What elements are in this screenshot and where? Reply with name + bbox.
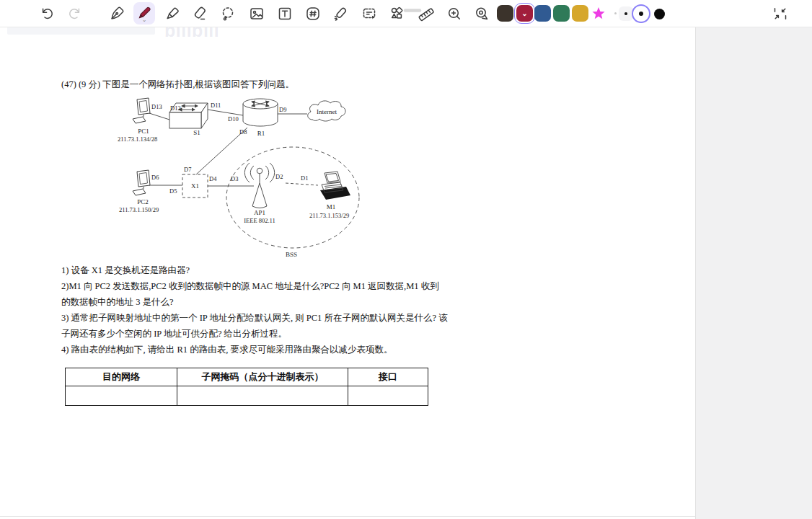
label-d4: D4 xyxy=(209,175,217,182)
hashtag-tag-icon[interactable] xyxy=(304,5,322,22)
label-m1-ip: 211.73.1.153/29 xyxy=(309,212,349,219)
label-d11: D11 xyxy=(211,102,221,109)
text-box-icon[interactable] xyxy=(276,5,294,22)
ap1-icon xyxy=(244,163,274,208)
ruler-icon[interactable] xyxy=(418,5,435,22)
label-d10: D10 xyxy=(228,115,239,123)
empty-cell xyxy=(177,386,348,406)
header-interface: 接口 xyxy=(348,368,428,386)
stroke-size-small[interactable] xyxy=(619,6,633,21)
color-swatch-gold[interactable] xyxy=(572,5,588,22)
eraser-icon[interactable] xyxy=(191,5,208,22)
question-line: 1) 设备 X1 是交换机还是路由器? xyxy=(61,262,451,278)
label-d2: D2 xyxy=(275,173,283,180)
empty-cell xyxy=(66,386,177,406)
routing-table-header-row: 目的网络 子网掩码（点分十进制表示） 接口 xyxy=(66,368,428,386)
empty-cell xyxy=(348,386,428,406)
label-d1: D1 xyxy=(301,174,308,182)
toolbar-separator-dot xyxy=(614,12,617,14)
redo-icon[interactable] xyxy=(66,5,84,22)
label-ieee: IEEE 802.11 xyxy=(244,217,275,224)
label-internet: Internet xyxy=(317,108,337,115)
label-d13: D13 xyxy=(151,103,162,110)
label-d12: D12 xyxy=(170,105,181,112)
question-line: 4) 路由表的结构如下, 请给出 R1 的路由表, 要求尽可能采用路由聚合以减少… xyxy=(61,342,451,358)
router-r1-icon xyxy=(243,99,278,126)
undo-icon[interactable] xyxy=(38,5,56,22)
pencil-tool-selected[interactable]: ⌄ xyxy=(133,2,155,25)
label-m1: M1 xyxy=(327,203,336,210)
question-body: 1) 设备 X1 是交换机还是路由器? 2)M1 向 PC2 发送数据,PC2 … xyxy=(61,262,451,358)
bss-ellipse xyxy=(226,147,359,248)
app-window: ⌄ xyxy=(0,0,812,519)
label-ap1: AP1 xyxy=(254,209,265,216)
pc2-icon xyxy=(133,170,150,195)
insert-image-icon[interactable] xyxy=(248,5,265,22)
color-swatch-green[interactable] xyxy=(553,5,570,22)
label-pc2-ip: 211.73.1.150/29 xyxy=(119,206,159,213)
stroke-size-medium-selected[interactable] xyxy=(632,4,650,23)
label-pc1-ip: 211.73.1.134/28 xyxy=(118,136,157,143)
page-bottom-divider xyxy=(0,516,695,517)
question-line: 2)M1 向 PC2 发送数据,PC2 收到的数据帧中的源 MAC 地址是什么?… xyxy=(61,278,451,294)
zoom-magnifier-icon[interactable] xyxy=(446,5,463,22)
routing-table: 目的网络 子网掩码（点分十进制表示） 接口 xyxy=(65,368,428,406)
stroke-size-large[interactable] xyxy=(654,9,665,19)
header-subnet-mask: 子网掩码（点分十进制表示） xyxy=(177,368,348,386)
label-r1: R1 xyxy=(257,130,265,137)
toolbar: ⌄ xyxy=(0,0,812,27)
label-bss: BSS xyxy=(286,251,297,258)
highlighter-icon[interactable] xyxy=(164,5,181,22)
page-right-gutter xyxy=(695,27,812,519)
fountain-pen-icon[interactable] xyxy=(108,5,125,22)
tape-icon[interactable] xyxy=(473,5,490,22)
label-s1: S1 xyxy=(193,129,200,136)
m1-laptop-icon xyxy=(320,172,350,200)
chevron-down-icon: ⌄ xyxy=(142,19,147,22)
star-color-icon[interactable] xyxy=(590,5,607,22)
label-x1: X1 xyxy=(191,182,199,190)
header-destination-network: 目的网络 xyxy=(66,368,177,386)
pc1-icon xyxy=(133,98,150,123)
rect-select-icon[interactable] xyxy=(361,5,378,22)
color-swatch-blue[interactable] xyxy=(534,5,551,22)
document-page-canvas[interactable]: bilibili (47) (9 分) 下图是一个网络拓扑图,根据该图回答下列问… xyxy=(0,27,695,519)
question-line: 的数据帧中的地址 3 是什么? xyxy=(61,294,451,310)
label-d7: D7 xyxy=(184,166,191,173)
label-pc1: PC1 xyxy=(138,128,149,135)
color-swatch-black[interactable] xyxy=(497,5,513,22)
collapse-view-icon[interactable] xyxy=(772,5,789,22)
chevron-down-icon: ⌄ xyxy=(516,5,533,22)
laser-pointer-icon[interactable] xyxy=(332,5,350,22)
label-d5: D5 xyxy=(169,187,177,195)
question-line: 子网还有多少个空闲的 IP 地址可供分配? 给出分析过程。 xyxy=(61,326,451,342)
question-line: 3) 通常把子网映射地址中的第一个 IP 地址分配给默认网关, 则 PC1 所在… xyxy=(61,310,451,326)
label-d3: D3 xyxy=(231,175,238,182)
label-d9: D9 xyxy=(279,106,286,113)
routing-table-empty-row xyxy=(66,386,428,406)
color-swatch-maroon-selected[interactable]: ⌄ xyxy=(514,3,535,24)
label-d6: D6 xyxy=(151,174,159,181)
question-heading: (47) (9 分) 下图是一个网络拓扑图,根据该图回答下列问题。 xyxy=(61,79,294,91)
label-d8: D8 xyxy=(239,128,247,136)
network-topology-diagram: D13 D12 D11 D10 D9 D8 D7 D6 D5 D4 D3 D2 … xyxy=(115,94,364,268)
label-pc2: PC2 xyxy=(137,198,149,205)
lasso-icon[interactable] xyxy=(219,5,237,22)
